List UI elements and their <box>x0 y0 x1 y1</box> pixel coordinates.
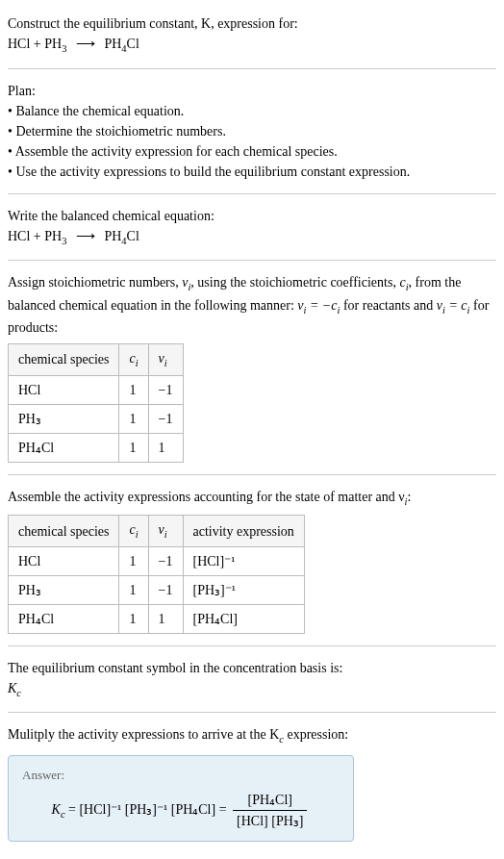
th-nu-sub: i <box>164 358 167 368</box>
answer-box: Answer: Kc = [HCl]⁻¹ [PH₃]⁻¹ [PH₄Cl] = [… <box>8 755 354 843</box>
cell-nu: −1 <box>148 404 183 433</box>
balanced-heading: Write the balanced chemical equation: <box>8 209 214 223</box>
cell-c: 1 <box>119 375 148 404</box>
stoich-table: chemical species ci νi HCl 1 −1 PH₃ 1 −1… <box>8 343 184 463</box>
cell-nu: 1 <box>148 604 183 633</box>
ah-text: Assemble the activity expressions accoun… <box>8 490 405 504</box>
ml-end: expression: <box>284 727 348 742</box>
divider <box>8 474 496 475</box>
ml-text: Mulitply the activity expressions to arr… <box>8 727 279 742</box>
table-row: PH₃ 1 −1 <box>9 404 184 433</box>
th-ci: ci <box>119 344 148 376</box>
answer-expression: Kc = [HCl]⁻¹ [PH₃]⁻¹ [PH₄Cl] = [PH₄Cl][H… <box>22 790 340 831</box>
multiply-text: Mulitply the activity expressions to arr… <box>8 727 348 742</box>
stoich-text: Assign stoichiometric numbers, νi, using… <box>8 275 489 335</box>
activity-table: chemical species ci νi activity expressi… <box>8 515 305 634</box>
table-header-row: chemical species ci νi activity expressi… <box>9 516 305 547</box>
table-row: PH₄Cl 1 1 <box>9 433 184 462</box>
th-nui: νi <box>148 344 183 376</box>
plan-bullet: • Balance the chemical equation. <box>8 104 184 118</box>
th-ci-sub: i <box>136 358 139 368</box>
cell-c: 1 <box>119 546 148 575</box>
plan-heading: Plan: <box>8 84 36 98</box>
th2-nu-sub: i <box>164 529 167 540</box>
symbol-block: The equilibrium constant symbol in the c… <box>8 658 496 701</box>
answer-label: Answer: <box>22 766 340 785</box>
cell-activity: [PH₄Cl] <box>183 604 304 633</box>
th2-ci-sub: i <box>136 529 139 540</box>
th-ci: ci <box>119 516 148 547</box>
cell-species: PH₄Cl <box>9 604 119 633</box>
ans-fraction: [PH₄Cl][HCl] [PH₃] <box>233 790 307 831</box>
divider <box>8 645 496 646</box>
cell-nu: −1 <box>148 375 183 404</box>
beq-rhs: PH <box>104 229 121 243</box>
th-nui: νi <box>148 516 183 547</box>
table-row: PH₄Cl 1 1 [PH₄Cl] <box>9 604 305 633</box>
cell-nu: −1 <box>148 546 183 575</box>
ans-eq: = [HCl]⁻¹ [PH₃]⁻¹ [PH₄Cl] = <box>65 802 231 817</box>
th-species: chemical species <box>9 344 119 376</box>
table-row: HCl 1 −1 <box>9 375 184 404</box>
st-p2: , using the stoichiometric coefficients, <box>190 275 399 290</box>
plan-bullet: • Use the activity expressions to build … <box>8 164 410 179</box>
intro-equation: HCl + PH3 ⟶ PH4Cl <box>8 37 139 51</box>
cell-species: HCl <box>9 546 119 575</box>
plan-bullet: • Assemble the activity expression for e… <box>8 144 338 159</box>
arrow-icon: ⟶ <box>70 37 101 51</box>
divider <box>8 68 496 69</box>
balanced-block: Write the balanced chemical equation: HC… <box>8 206 496 249</box>
table-row: HCl 1 −1 [HCl]⁻¹ <box>9 546 305 575</box>
eq-lhs: HCl + PH <box>8 37 62 51</box>
th-activity: activity expression <box>183 516 304 547</box>
ans-K: K <box>52 802 61 817</box>
cell-species: PH₃ <box>9 404 119 433</box>
cell-nu: −1 <box>148 575 183 604</box>
cell-c: 1 <box>119 604 148 633</box>
symbol-line: The equilibrium constant symbol in the c… <box>8 661 342 675</box>
plan-bullet: • Determine the stoichiometric numbers. <box>8 124 226 139</box>
cell-activity: [HCl]⁻¹ <box>183 546 304 575</box>
kc-symbol: Kc <box>8 681 21 695</box>
cell-species: PH₃ <box>9 575 119 604</box>
st-p1: Assign stoichiometric numbers, <box>8 275 182 290</box>
st-r1b: = −c <box>306 298 337 313</box>
beq-lhs: HCl + PH <box>8 229 62 243</box>
activity-block: Assemble the activity expressions accoun… <box>8 487 496 634</box>
activity-heading: Assemble the activity expressions accoun… <box>8 490 411 504</box>
plan-block: Plan: • Balance the chemical equation. •… <box>8 81 496 182</box>
cell-species: HCl <box>9 375 119 404</box>
intro-block: Construct the equilibrium constant, K, e… <box>8 13 496 57</box>
table-row: PH₃ 1 −1 [PH₃]⁻¹ <box>9 575 305 604</box>
eq-suffix: Cl <box>127 37 139 51</box>
cell-species: PH₄Cl <box>9 433 119 462</box>
divider <box>8 260 496 261</box>
divider <box>8 193 496 194</box>
eq-sub1: 3 <box>62 43 66 54</box>
cell-c: 1 <box>119 433 148 462</box>
cell-activity: [PH₃]⁻¹ <box>183 575 304 604</box>
stoich-block: Assign stoichiometric numbers, νi, using… <box>8 272 496 463</box>
kc-K: K <box>8 681 16 695</box>
intro-text: Construct the equilibrium constant, K, e… <box>8 16 298 31</box>
cell-nu: 1 <box>148 433 183 462</box>
th-species: chemical species <box>9 516 119 547</box>
multiply-block: Mulitply the activity expressions to arr… <box>8 724 496 842</box>
ans-lhs: Kc <box>52 802 65 817</box>
ans-num: [PH₄Cl] <box>233 790 307 811</box>
beq-suffix: Cl <box>127 229 139 243</box>
balanced-equation: HCl + PH3 ⟶ PH4Cl <box>8 229 139 243</box>
ans-den: [HCl] [PH₃] <box>233 811 307 831</box>
arrow-icon: ⟶ <box>70 229 101 243</box>
cell-c: 1 <box>119 575 148 604</box>
eq-rhs: PH <box>104 37 121 51</box>
beq-sub1: 3 <box>62 235 66 245</box>
kc-sub: c <box>16 688 21 698</box>
ah-colon: : <box>408 490 412 504</box>
table-header-row: chemical species ci νi <box>9 344 184 376</box>
st-r2b: = c <box>445 298 467 313</box>
divider <box>8 712 496 713</box>
st-p4: for reactants and <box>340 298 436 313</box>
cell-c: 1 <box>119 404 148 433</box>
